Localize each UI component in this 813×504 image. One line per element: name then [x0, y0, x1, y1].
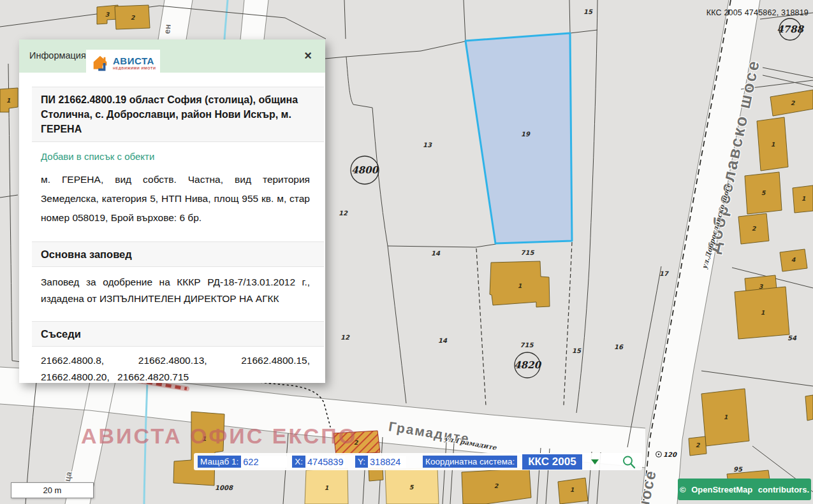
x-input[interactable]: 4745839 [305, 456, 345, 468]
scale-bar: 20 m [11, 482, 94, 498]
osm-attribution[interactable]: © OpenStreetMap contributors. [678, 479, 811, 500]
parcel-label: 13 [423, 141, 432, 148]
region-circle-label: 4800 [351, 164, 379, 176]
y-label: Y: [355, 456, 368, 468]
popup-title: Информация [29, 50, 86, 61]
neighbor-id: 21662.4800.13, [138, 355, 207, 366]
order-text: Заповед за одобрение на КККР РД-18-7/13.… [41, 274, 310, 307]
survey-marker-dot [658, 454, 659, 455]
parcel-label: 19 [521, 131, 531, 138]
building-label: 1 [570, 486, 575, 493]
neighbor-id: 21662.4800.8, [41, 355, 104, 366]
search-icon [622, 455, 636, 469]
info-popup: Информация × АВИСТА НЕДВИЖИМИ ИМОТИ ПИ 2… [19, 40, 325, 383]
avista-logo: АВИСТА НЕДВИЖИМИ ИМОТИ [86, 50, 160, 76]
osm-attribution-text: © OpenStreetMap contributors. [680, 485, 809, 494]
parcel-label: 1008 [215, 484, 233, 491]
parcel-label: 12 [341, 334, 350, 341]
crs-label: Координатна система: [423, 456, 517, 468]
street-label: ен [162, 24, 172, 34]
region-circle-label: 4820 [514, 359, 541, 371]
building-label: 4 [791, 256, 796, 263]
close-button[interactable]: × [300, 47, 316, 64]
y-input[interactable]: 318824 [368, 456, 406, 468]
building-label: 1 [802, 195, 806, 202]
parcel-label: 715 [521, 249, 535, 256]
map-toolbar: Мащаб 1: 622 X: 4745839 Y: 318824 Коорди… [194, 453, 642, 470]
neighbor-id: 21662.4820.715 [117, 371, 189, 382]
building-label: 1 [518, 282, 522, 289]
neighbor-id: 21662.4800.20, [41, 371, 110, 382]
house-logo-icon [91, 54, 110, 73]
parcel-label: 15 [572, 347, 582, 354]
parcel-label: 14 [438, 337, 448, 344]
watermark-text: АВИСТА ОФИС ЕКСПО [81, 424, 357, 449]
parcel-label: 54 [787, 335, 797, 342]
cadastral-map-app: 480048204788 151913121214147157151516175… [0, 0, 813, 504]
scale-label: Мащаб 1: [198, 456, 241, 468]
logo-tagline: НЕДВИЖИМИ ИМОТИ [113, 67, 156, 71]
search-button[interactable] [622, 455, 636, 469]
building-label: 1 [724, 414, 728, 421]
popup-header: Информация × АВИСТА НЕДВИЖИМИ ИМОТИ [19, 40, 325, 73]
add-to-list-link[interactable]: Добави в списък с обекти [41, 151, 154, 162]
logo-brand: АВИСТА [113, 56, 156, 66]
parcel-label: 95 [733, 466, 743, 473]
survey-marker-label: 120 [663, 451, 677, 458]
parcel-label: 16 [614, 343, 624, 350]
x-label: X: [292, 456, 305, 468]
parcel-label: 17 [659, 270, 669, 277]
neighbor-id: 21662.4800.15, [241, 355, 310, 366]
scale-input[interactable]: 622 [241, 456, 287, 468]
building-label: 1 [771, 141, 775, 148]
parcel-label: 15 [583, 8, 593, 15]
scale-bar-label: 20 m [43, 486, 62, 495]
section-main-order: Основна заповед [32, 241, 324, 267]
parcel-label: 715 [520, 342, 534, 349]
region-circle-label: 4788 [777, 24, 804, 35]
coordinate-readout: ККС 2005 4745862, 318819 [707, 8, 809, 17]
crs-select[interactable]: ККС 2005 [522, 454, 582, 470]
parcel-label: 14 [431, 250, 441, 257]
building-label: 1 [325, 484, 329, 491]
building-label: 1 [6, 97, 11, 104]
parcel-heading: ПИ 21662.4800.19 област София (столица),… [32, 87, 324, 142]
section-neighbors: Съседи [32, 321, 324, 347]
parcel-details: м. ГЕРЕНА, вид собств. Частна, вид терит… [41, 170, 310, 227]
neighbors-list: 21662.4800.8, 21662.4800.13, 21662.4800.… [41, 355, 310, 383]
building-label: 1 [761, 309, 765, 316]
parcel-label: 12 [339, 210, 348, 217]
chevron-down-icon[interactable] [591, 459, 599, 464]
